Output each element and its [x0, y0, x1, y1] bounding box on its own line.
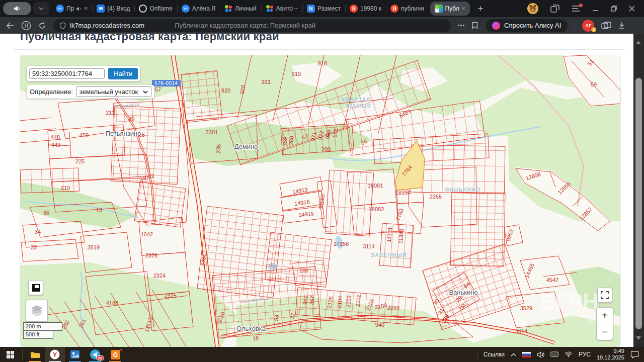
watermark-label: ЕГРН — [540, 289, 598, 314]
g-app-button[interactable]: G — [105, 347, 125, 362]
search-input[interactable] — [29, 68, 105, 79]
maximize-button[interactable] — [611, 6, 617, 12]
g-app-icon: G — [111, 350, 120, 359]
layers-button[interactable] — [26, 300, 48, 322]
tab-(4)-вход[interactable]: ✉(4) Вход — [92, 0, 134, 17]
parcel-number-label: 210 — [61, 185, 70, 191]
definition-panel: Определение: земельный участок — [27, 85, 154, 99]
parcel-number-label: 2104 — [336, 296, 343, 308]
tab-размест[interactable]: NРазмест — [302, 0, 345, 17]
parcel-number-label: 449 — [51, 142, 60, 148]
place-name-label: Ольховка — [236, 325, 266, 332]
definition-select[interactable]: земельный участок — [76, 86, 151, 97]
address-bar: Я ik7map.roscadastres.com Публичная када… — [0, 17, 644, 34]
page-scrollbar[interactable] — [633, 34, 644, 347]
tray-grip[interactable] — [477, 350, 477, 358]
tab-label: Публ — [445, 5, 459, 12]
profile-button[interactable]: АГ 1 — [582, 20, 594, 32]
zoom-out-button[interactable]: − — [597, 324, 613, 340]
tab-close-icon[interactable]: × — [84, 6, 88, 12]
back-button[interactable] — [6, 22, 14, 29]
scroll-down-icon[interactable] — [636, 336, 641, 340]
parcel-number-label: 3414 — [515, 328, 527, 334]
action-center-button[interactable] — [630, 351, 639, 358]
parcel-number-label: 921 — [262, 79, 271, 85]
keyboard-icon[interactable] — [550, 351, 558, 357]
parcel-number-label: 2326 — [145, 252, 157, 258]
tab-личный[interactable]: Личный — [220, 0, 261, 17]
clock[interactable]: 9:49 19.12.2025 — [597, 348, 624, 361]
tab-audio-icon[interactable] — [76, 7, 82, 11]
speaker-icon — [14, 6, 21, 12]
parcel-number-label: 2355 — [430, 194, 442, 200]
links-chevron-icon[interactable] — [511, 353, 516, 356]
map-card[interactable]: 9189199219209205957230123521120311544845… — [20, 55, 620, 347]
tab-label: публичн — [401, 5, 424, 12]
place-name-label: Петьянзино — [106, 130, 141, 137]
alice-label: Спросить Алису AI — [504, 22, 561, 29]
parcel-number-label: 17156 — [334, 241, 349, 247]
g-app-corner — [119, 349, 122, 351]
tab-label: Авито – — [276, 5, 298, 12]
tab-публ[interactable]: Публ× — [430, 2, 470, 16]
minimize-button[interactable] — [593, 6, 599, 12]
parcel-number-label: 2301 — [206, 129, 218, 135]
explorer-button[interactable] — [25, 347, 45, 362]
yandex-browser-button[interactable]: Y — [45, 347, 65, 362]
telegram-button[interactable]: 65 — [85, 347, 105, 362]
links-label[interactable]: Ссылки — [484, 351, 505, 358]
audio-indicator-button[interactable] — [3, 2, 31, 15]
alice-icon — [492, 22, 500, 30]
tab-groups-button[interactable] — [550, 5, 559, 13]
language-indicator[interactable]: РУС — [579, 351, 591, 358]
map-canvas[interactable]: 9189199219209205957230123521120311544845… — [20, 55, 620, 347]
tab-close-icon[interactable]: × — [462, 6, 465, 12]
zoom-in-button[interactable]: + — [597, 308, 613, 324]
alice-button[interactable]: Спросить Алису AI — [486, 19, 568, 32]
collections-button[interactable] — [601, 22, 611, 30]
place-name-label: Демино — [234, 143, 258, 150]
time: 9:49 — [597, 348, 624, 354]
tab-label: Размест — [317, 5, 341, 12]
wifi-icon[interactable] — [565, 351, 573, 357]
taskbar-divider — [22, 350, 23, 359]
parcel-number-label: 34 — [35, 229, 41, 235]
flag-icon[interactable] — [522, 352, 531, 357]
photos-button[interactable] — [65, 347, 85, 362]
extent-button[interactable] — [28, 280, 43, 295]
ya-favicon-icon: Я — [350, 5, 358, 13]
tab-bar: VKПр×✉(4) ВходOriflameVKАлёна ЛЛичныйАви… — [0, 0, 644, 17]
svg-text:Я: Я — [24, 23, 28, 29]
new-tab-button[interactable] — [473, 2, 488, 16]
browser-menu-button[interactable] — [572, 5, 581, 12]
avito-favicon-icon — [266, 5, 274, 13]
tab-oriflame[interactable]: Oriflame — [134, 0, 177, 17]
more-button[interactable] — [458, 25, 464, 26]
refresh-button[interactable] — [38, 22, 46, 30]
profile-avatar[interactable] — [527, 3, 538, 14]
volume-icon[interactable] — [537, 351, 544, 358]
search-button[interactable]: Найти — [108, 68, 138, 79]
start-button[interactable] — [0, 347, 20, 362]
yandex-search-button[interactable]: Я — [21, 21, 31, 31]
tabs-chevron-button[interactable] — [33, 2, 49, 15]
parcel-number-label: 4188 — [106, 300, 118, 306]
tab-публичн[interactable]: Япубличн — [386, 0, 429, 17]
tab-авито-–[interactable]: Авито – — [261, 0, 302, 17]
url-bar[interactable]: ik7map.roscadastres.com Публичная кадаст… — [53, 19, 451, 32]
parcel-number-label: 59 — [591, 81, 597, 87]
close-button[interactable] — [629, 6, 635, 12]
notification-dot — [579, 4, 583, 7]
vk-favicon-icon: VK — [56, 5, 64, 13]
bookmark-button[interactable] — [471, 22, 478, 29]
yandex-browser-icon: Y — [50, 349, 60, 359]
fullscreen-button[interactable] — [597, 288, 612, 303]
parcel-number-label: 360 — [288, 136, 295, 145]
tab-алёна-л[interactable]: VKАлёна Л — [177, 0, 220, 17]
download-button[interactable] — [618, 22, 625, 29]
scroll-up-icon[interactable] — [636, 41, 641, 44]
tab-пр[interactable]: VKПр× — [51, 0, 92, 17]
chevron-down-icon — [39, 7, 44, 10]
scroll-thumb[interactable] — [635, 78, 642, 329]
tab-19980-к[interactable]: Я19980 к — [345, 0, 386, 17]
